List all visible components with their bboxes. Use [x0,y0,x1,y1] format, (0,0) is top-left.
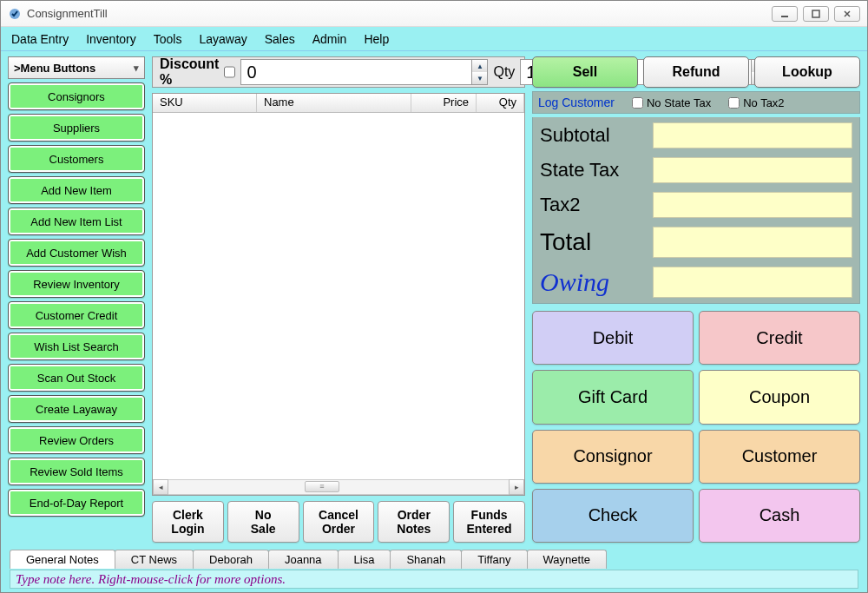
order-notes-button[interactable]: OrderNotes [378,501,450,543]
window-controls [772,6,860,22]
menu-buttons-dropdown[interactable]: >Menu Buttons [8,56,145,79]
scroll-thumb[interactable] [305,481,339,492]
discount-up[interactable]: ▲ [472,60,487,72]
discount-down[interactable]: ▼ [472,72,487,84]
discount-label: Discount % [160,56,219,88]
menu-inventory[interactable]: Inventory [86,32,136,46]
titlebar: ConsignmentTill [1,1,867,27]
discount-checkbox[interactable] [224,66,235,78]
sidebar-review-inventory[interactable]: Review Inventory [8,270,145,298]
lookup-button[interactable]: Lookup [754,56,860,88]
item-grid: SKU Name Price Qty ◂ ▸ [152,93,525,496]
tab-general-notes[interactable]: General Notes [10,550,115,569]
app-icon [8,7,22,21]
center-panel: Discount % ▲▼ Qty ▲▼ SKU Name Price [152,56,525,543]
sidebar-customer-credit[interactable]: Customer Credit [8,301,145,329]
grid-header: SKU Name Price Qty [153,94,524,113]
menubar: Data Entry Inventory Tools Layaway Sales… [1,27,867,51]
sidebar-review-sold-items[interactable]: Review Sold Items [8,458,145,485]
payment-grid: Debit Credit Gift Card Coupon Consignor … [532,311,860,543]
menu-admin[interactable]: Admin [312,32,347,46]
discount-spinner: ▲▼ [240,59,488,85]
no-sale-button[interactable]: NoSale [227,501,299,543]
grid-body[interactable] [153,113,524,479]
tab-lisa[interactable]: Lisa [338,550,391,569]
svg-rect-2 [812,10,819,17]
sidebar-review-orders[interactable]: Review Orders [8,426,145,454]
qty-label: Qty [493,64,515,80]
sidebar-scan-out-stock[interactable]: Scan Out Stock [8,364,145,392]
subtotal-value [653,122,852,148]
pay-cash-button[interactable]: Cash [699,489,860,543]
sidebar-consignors[interactable]: Consignors [8,82,145,110]
scroll-left[interactable]: ◂ [153,479,168,495]
pay-coupon-button[interactable]: Coupon [699,370,860,424]
statetax-label: State Tax [540,159,653,181]
menu-layaway[interactable]: Layaway [199,32,247,46]
menu-data-entry[interactable]: Data Entry [11,32,69,46]
refund-button[interactable]: Refund [643,56,749,88]
pay-debit-button[interactable]: Debit [532,311,694,365]
tab-shanah[interactable]: Shanah [390,550,462,569]
statetax-value [653,157,852,183]
mode-buttons: Sell Refund Lookup [532,56,860,88]
sidebar-wish-list-search[interactable]: Wish List Search [8,333,145,360]
tax2-value [653,192,852,218]
note-area [1,568,867,592]
tab-joanna[interactable]: Joanna [268,550,339,569]
sidebar: >Menu Buttons Consignors Suppliers Custo… [8,56,145,543]
total-label: Total [540,228,653,256]
total-value [653,227,852,258]
app-title: ConsignmentTill [27,7,772,20]
funds-entered-button[interactable]: FundsEntered [453,501,525,543]
minimize-button[interactable] [772,6,798,22]
discount-input[interactable] [240,59,472,85]
owing-value [653,267,852,298]
no-state-tax-check[interactable]: No State Tax [632,96,711,109]
col-sku[interactable]: SKU [153,94,257,112]
sidebar-add-new-item-list[interactable]: Add New Item List [8,208,145,235]
tab-tiffany[interactable]: Tiffany [461,550,527,569]
note-input[interactable] [10,570,858,589]
log-customer-link[interactable]: Log Customer [538,96,615,109]
tab-waynette[interactable]: Waynette [527,550,607,569]
action-row: ClerkLogin NoSale CancelOrder OrderNotes… [152,501,525,543]
pay-consignor-button[interactable]: Consignor [532,430,694,484]
menu-help[interactable]: Help [364,32,389,46]
close-button[interactable] [834,6,860,22]
pay-credit-button[interactable]: Credit [699,311,860,365]
discount-row: Discount % ▲▼ Qty ▲▼ [152,56,525,88]
svg-rect-1 [781,16,788,17]
main-area: >Menu Buttons Consignors Suppliers Custo… [1,51,867,546]
grid-hscroll[interactable]: ◂ ▸ [153,479,524,495]
pay-giftcard-button[interactable]: Gift Card [532,370,694,424]
clerk-login-button[interactable]: ClerkLogin [152,501,224,543]
totals-panel: Subtotal State Tax Tax2 Total Owing [532,117,860,304]
sell-button[interactable]: Sell [532,56,638,88]
sidebar-customers[interactable]: Customers [8,145,145,173]
menu-sales[interactable]: Sales [265,32,295,46]
owing-label: Owing [540,267,653,297]
right-panel: Sell Refund Lookup Log Customer No State… [532,56,860,543]
tab-ct-news[interactable]: CT News [115,550,194,569]
tax2-label: Tax2 [540,194,653,216]
notes-tabs: General Notes CT News Deborah Joanna Lis… [1,546,867,568]
menu-tools[interactable]: Tools [154,32,182,46]
sidebar-suppliers[interactable]: Suppliers [8,114,145,142]
maximize-button[interactable] [803,6,829,22]
subtotal-label: Subtotal [540,124,653,147]
sidebar-end-of-day-report[interactable]: End-of-Day Report [8,489,145,517]
scroll-right[interactable]: ▸ [509,479,524,495]
col-name[interactable]: Name [257,94,411,112]
no-tax2-check[interactable]: No Tax2 [728,96,784,109]
col-qty[interactable]: Qty [477,94,524,112]
tab-deborah[interactable]: Deborah [193,550,269,569]
options-row: Log Customer No State Tax No Tax2 [532,91,860,114]
cancel-order-button[interactable]: CancelOrder [303,501,375,543]
sidebar-add-new-item[interactable]: Add New Item [8,176,145,204]
col-price[interactable]: Price [411,94,477,112]
sidebar-add-customer-wish[interactable]: Add Customer Wish [8,239,145,267]
sidebar-create-layaway[interactable]: Create Layaway [8,395,145,423]
pay-customer-button[interactable]: Customer [699,430,860,484]
pay-check-button[interactable]: Check [532,489,694,543]
